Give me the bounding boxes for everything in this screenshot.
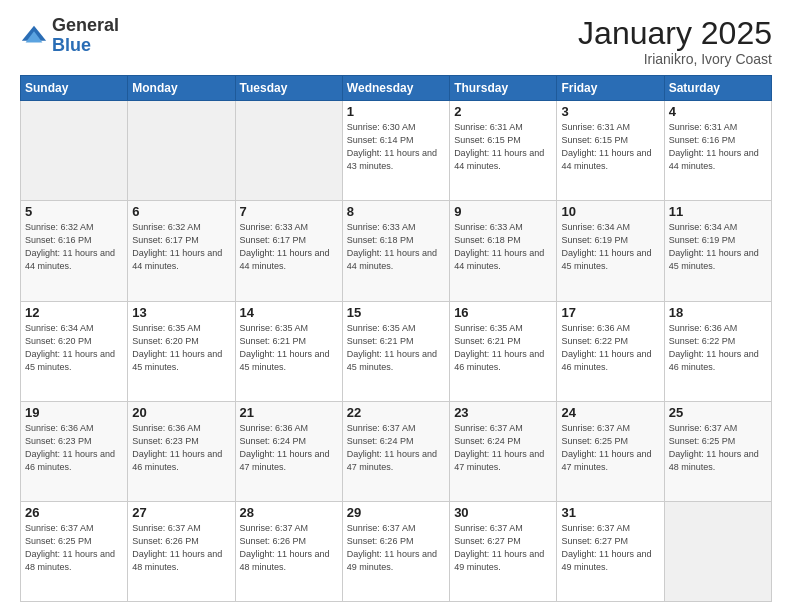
day-number: 30: [454, 505, 552, 520]
logo-blue: Blue: [52, 36, 119, 56]
day-number: 31: [561, 505, 659, 520]
calendar-cell: 4Sunrise: 6:31 AM Sunset: 6:16 PM Daylig…: [664, 101, 771, 201]
month-title: January 2025: [578, 16, 772, 51]
calendar-cell: 28Sunrise: 6:37 AM Sunset: 6:26 PM Dayli…: [235, 501, 342, 601]
calendar-cell: 10Sunrise: 6:34 AM Sunset: 6:19 PM Dayli…: [557, 201, 664, 301]
day-info: Sunrise: 6:31 AM Sunset: 6:15 PM Dayligh…: [454, 121, 552, 173]
day-number: 13: [132, 305, 230, 320]
calendar-week-1: 1Sunrise: 6:30 AM Sunset: 6:14 PM Daylig…: [21, 101, 772, 201]
day-info: Sunrise: 6:33 AM Sunset: 6:18 PM Dayligh…: [347, 221, 445, 273]
day-number: 1: [347, 104, 445, 119]
calendar: SundayMondayTuesdayWednesdayThursdayFrid…: [20, 75, 772, 602]
calendar-cell: 20Sunrise: 6:36 AM Sunset: 6:23 PM Dayli…: [128, 401, 235, 501]
day-number: 7: [240, 204, 338, 219]
day-header-tuesday: Tuesday: [235, 76, 342, 101]
day-info: Sunrise: 6:34 AM Sunset: 6:20 PM Dayligh…: [25, 322, 123, 374]
day-number: 29: [347, 505, 445, 520]
day-number: 12: [25, 305, 123, 320]
calendar-cell: 2Sunrise: 6:31 AM Sunset: 6:15 PM Daylig…: [450, 101, 557, 201]
day-info: Sunrise: 6:37 AM Sunset: 6:25 PM Dayligh…: [25, 522, 123, 574]
calendar-cell: 16Sunrise: 6:35 AM Sunset: 6:21 PM Dayli…: [450, 301, 557, 401]
calendar-cell: 25Sunrise: 6:37 AM Sunset: 6:25 PM Dayli…: [664, 401, 771, 501]
day-number: 27: [132, 505, 230, 520]
day-number: 10: [561, 204, 659, 219]
day-number: 9: [454, 204, 552, 219]
day-info: Sunrise: 6:34 AM Sunset: 6:19 PM Dayligh…: [561, 221, 659, 273]
day-number: 26: [25, 505, 123, 520]
day-info: Sunrise: 6:35 AM Sunset: 6:20 PM Dayligh…: [132, 322, 230, 374]
day-info: Sunrise: 6:37 AM Sunset: 6:27 PM Dayligh…: [454, 522, 552, 574]
day-header-friday: Friday: [557, 76, 664, 101]
calendar-cell: 27Sunrise: 6:37 AM Sunset: 6:26 PM Dayli…: [128, 501, 235, 601]
calendar-header-row: SundayMondayTuesdayWednesdayThursdayFrid…: [21, 76, 772, 101]
logo-icon: [20, 22, 48, 50]
calendar-cell: 30Sunrise: 6:37 AM Sunset: 6:27 PM Dayli…: [450, 501, 557, 601]
calendar-cell: 24Sunrise: 6:37 AM Sunset: 6:25 PM Dayli…: [557, 401, 664, 501]
calendar-cell: 3Sunrise: 6:31 AM Sunset: 6:15 PM Daylig…: [557, 101, 664, 201]
calendar-cell: 9Sunrise: 6:33 AM Sunset: 6:18 PM Daylig…: [450, 201, 557, 301]
day-info: Sunrise: 6:34 AM Sunset: 6:19 PM Dayligh…: [669, 221, 767, 273]
day-info: Sunrise: 6:32 AM Sunset: 6:17 PM Dayligh…: [132, 221, 230, 273]
day-number: 14: [240, 305, 338, 320]
calendar-cell: [235, 101, 342, 201]
calendar-cell: [21, 101, 128, 201]
day-info: Sunrise: 6:37 AM Sunset: 6:27 PM Dayligh…: [561, 522, 659, 574]
day-number: 24: [561, 405, 659, 420]
calendar-cell: 12Sunrise: 6:34 AM Sunset: 6:20 PM Dayli…: [21, 301, 128, 401]
day-info: Sunrise: 6:31 AM Sunset: 6:16 PM Dayligh…: [669, 121, 767, 173]
calendar-cell: 14Sunrise: 6:35 AM Sunset: 6:21 PM Dayli…: [235, 301, 342, 401]
day-number: 15: [347, 305, 445, 320]
day-number: 20: [132, 405, 230, 420]
day-info: Sunrise: 6:37 AM Sunset: 6:26 PM Dayligh…: [132, 522, 230, 574]
calendar-cell: 8Sunrise: 6:33 AM Sunset: 6:18 PM Daylig…: [342, 201, 449, 301]
day-number: 11: [669, 204, 767, 219]
day-info: Sunrise: 6:37 AM Sunset: 6:26 PM Dayligh…: [347, 522, 445, 574]
calendar-cell: 23Sunrise: 6:37 AM Sunset: 6:24 PM Dayli…: [450, 401, 557, 501]
calendar-cell: 6Sunrise: 6:32 AM Sunset: 6:17 PM Daylig…: [128, 201, 235, 301]
calendar-cell: 7Sunrise: 6:33 AM Sunset: 6:17 PM Daylig…: [235, 201, 342, 301]
calendar-cell: 29Sunrise: 6:37 AM Sunset: 6:26 PM Dayli…: [342, 501, 449, 601]
day-number: 4: [669, 104, 767, 119]
day-info: Sunrise: 6:37 AM Sunset: 6:24 PM Dayligh…: [347, 422, 445, 474]
calendar-cell: 26Sunrise: 6:37 AM Sunset: 6:25 PM Dayli…: [21, 501, 128, 601]
calendar-week-4: 19Sunrise: 6:36 AM Sunset: 6:23 PM Dayli…: [21, 401, 772, 501]
day-info: Sunrise: 6:35 AM Sunset: 6:21 PM Dayligh…: [454, 322, 552, 374]
calendar-cell: 21Sunrise: 6:36 AM Sunset: 6:24 PM Dayli…: [235, 401, 342, 501]
logo: General Blue: [20, 16, 119, 56]
day-info: Sunrise: 6:37 AM Sunset: 6:24 PM Dayligh…: [454, 422, 552, 474]
day-number: 18: [669, 305, 767, 320]
day-number: 21: [240, 405, 338, 420]
day-info: Sunrise: 6:31 AM Sunset: 6:15 PM Dayligh…: [561, 121, 659, 173]
calendar-week-5: 26Sunrise: 6:37 AM Sunset: 6:25 PM Dayli…: [21, 501, 772, 601]
day-info: Sunrise: 6:36 AM Sunset: 6:23 PM Dayligh…: [25, 422, 123, 474]
calendar-cell: 22Sunrise: 6:37 AM Sunset: 6:24 PM Dayli…: [342, 401, 449, 501]
day-info: Sunrise: 6:37 AM Sunset: 6:26 PM Dayligh…: [240, 522, 338, 574]
location: Irianikro, Ivory Coast: [578, 51, 772, 67]
logo-general: General: [52, 16, 119, 36]
day-number: 25: [669, 405, 767, 420]
day-info: Sunrise: 6:36 AM Sunset: 6:23 PM Dayligh…: [132, 422, 230, 474]
calendar-cell: 17Sunrise: 6:36 AM Sunset: 6:22 PM Dayli…: [557, 301, 664, 401]
day-info: Sunrise: 6:33 AM Sunset: 6:18 PM Dayligh…: [454, 221, 552, 273]
day-info: Sunrise: 6:36 AM Sunset: 6:22 PM Dayligh…: [561, 322, 659, 374]
calendar-cell: 19Sunrise: 6:36 AM Sunset: 6:23 PM Dayli…: [21, 401, 128, 501]
calendar-cell: 31Sunrise: 6:37 AM Sunset: 6:27 PM Dayli…: [557, 501, 664, 601]
day-info: Sunrise: 6:30 AM Sunset: 6:14 PM Dayligh…: [347, 121, 445, 173]
day-number: 6: [132, 204, 230, 219]
calendar-cell: [664, 501, 771, 601]
day-info: Sunrise: 6:37 AM Sunset: 6:25 PM Dayligh…: [669, 422, 767, 474]
logo-text: General Blue: [52, 16, 119, 56]
day-number: 16: [454, 305, 552, 320]
day-header-thursday: Thursday: [450, 76, 557, 101]
calendar-cell: [128, 101, 235, 201]
calendar-week-3: 12Sunrise: 6:34 AM Sunset: 6:20 PM Dayli…: [21, 301, 772, 401]
calendar-week-2: 5Sunrise: 6:32 AM Sunset: 6:16 PM Daylig…: [21, 201, 772, 301]
page: General Blue January 2025 Irianikro, Ivo…: [0, 0, 792, 612]
day-number: 8: [347, 204, 445, 219]
day-number: 22: [347, 405, 445, 420]
day-header-wednesday: Wednesday: [342, 76, 449, 101]
day-info: Sunrise: 6:37 AM Sunset: 6:25 PM Dayligh…: [561, 422, 659, 474]
day-number: 19: [25, 405, 123, 420]
day-number: 2: [454, 104, 552, 119]
day-number: 5: [25, 204, 123, 219]
